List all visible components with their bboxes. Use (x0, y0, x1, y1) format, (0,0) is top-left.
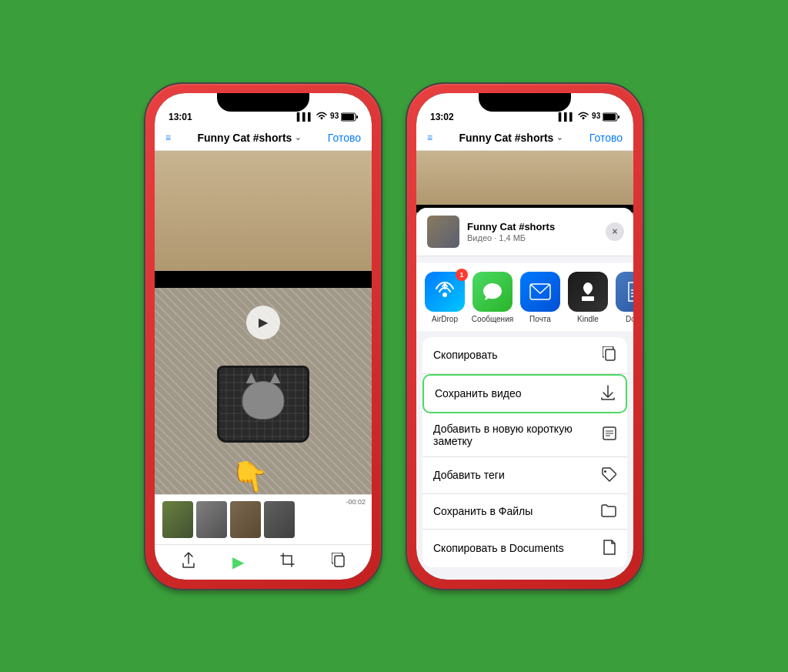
action-add-note[interactable]: Добавить в новую короткую заметку (422, 413, 627, 457)
app-mail[interactable]: Почта (519, 272, 561, 323)
airdrop-label: AirDrop (432, 315, 458, 323)
messages-label: Сообщения (472, 315, 513, 323)
notch (217, 93, 309, 112)
svg-rect-2 (356, 115, 358, 119)
time-right: 13:02 (430, 112, 454, 122)
nav-chevron-right: ⌄ (556, 133, 563, 142)
action-save-files-icon (601, 503, 616, 520)
app-kindle[interactable]: Kindle (567, 272, 609, 323)
action-add-tags[interactable]: Добавить теги (422, 457, 627, 494)
battery-icon: 93 (330, 112, 358, 121)
action-copy[interactable]: Скопировать (422, 337, 627, 374)
share-header: Funny Cat #shorts Видео · 1,4 МБ × (416, 208, 633, 256)
crop-icon[interactable] (280, 553, 296, 572)
share-thumbnail (427, 216, 459, 248)
share-close-button[interactable]: × (606, 222, 624, 241)
action-copy-docs-label: Скопировать в Documents (433, 542, 564, 554)
action-list: Скопировать Сохранить видео (422, 337, 627, 567)
nav-chevron-left: ⌄ (295, 133, 301, 142)
messages-icon (472, 272, 513, 312)
action-add-note-label: Добавить в новую короткую заметку (433, 423, 603, 447)
room-bg-right (416, 151, 633, 205)
kindle-icon (568, 272, 608, 312)
room-background (155, 151, 372, 271)
svg-point-7 (442, 293, 447, 297)
phone-right: 13:02 ▌▌▌ 93 (406, 82, 644, 590)
time-left: 13:01 (169, 112, 192, 122)
signal-icon: ▌▌▌ (297, 112, 313, 121)
svg-rect-3 (335, 556, 344, 567)
apps-row: 1 AirDrop Сообщения (416, 262, 633, 331)
share-info: Funny Cat #shorts Видео · 1,4 МБ (467, 221, 555, 242)
action-save-files[interactable]: Сохранить в Файлы (422, 494, 627, 530)
mail-label: Почта (529, 315, 551, 323)
phone-left: 13:01 ▌▌▌ 93 (144, 82, 382, 590)
status-icons-left: ▌▌▌ 93 (297, 112, 358, 122)
action-save-video-icon (601, 385, 615, 403)
play-icon[interactable]: ▶ (232, 553, 244, 571)
battery-icon-right: 93 (592, 112, 619, 121)
nav-bar-right: ≡ Funny Cat #shorts ⌄ Готово (416, 127, 633, 151)
play-button-left[interactable]: ▶ (246, 306, 280, 339)
action-copy-docs-icon (603, 539, 616, 558)
thumb-3 (230, 501, 261, 538)
back-button-left[interactable]: ≡ (165, 132, 171, 143)
svg-rect-1 (342, 114, 354, 120)
mail-icon (520, 272, 560, 312)
back-icon-left: ≡ (165, 132, 171, 143)
wifi-icon-right (578, 112, 589, 122)
basket (217, 366, 309, 443)
svg-point-19 (604, 470, 606, 473)
airdrop-badge: 1 (456, 269, 468, 281)
time-label-left: -00:02 (346, 498, 366, 506)
nav-done-left[interactable]: Готово (328, 132, 361, 144)
thumb-2 (196, 501, 227, 538)
svg-rect-14 (606, 349, 615, 360)
app-messages[interactable]: Сообщения (472, 272, 513, 323)
share-title: Funny Cat #shorts (467, 221, 555, 232)
action-add-tags-label: Добавить теги (433, 469, 505, 481)
wifi-icon (316, 112, 327, 122)
thumb-1 (162, 501, 193, 538)
action-save-files-label: Сохранить в Файлы (433, 505, 533, 517)
svg-rect-5 (603, 114, 616, 120)
docs-label: Doc... (626, 315, 633, 323)
nav-bar-left: ≡ Funny Cat #shorts ⌄ Готово (155, 127, 372, 151)
action-copy-docs[interactable]: Скопировать в Documents (422, 530, 627, 567)
back-button-right[interactable]: ≡ (427, 132, 432, 143)
notch-right (479, 93, 571, 112)
svg-rect-6 (618, 115, 619, 119)
action-save-video[interactable]: Сохранить видео (422, 374, 627, 413)
action-copy-icon (603, 346, 616, 364)
app-docs[interactable]: Doc... (615, 272, 633, 323)
app-airdrop[interactable]: 1 AirDrop (424, 272, 466, 323)
menu-icon-right: ≡ (427, 132, 432, 143)
video-area-left[interactable]: ▶ (155, 151, 372, 494)
action-add-note-icon (603, 426, 616, 443)
action-save-video-label: Сохранить видео (435, 387, 521, 400)
action-copy-label: Скопировать (433, 349, 498, 361)
action-add-tags-icon (601, 466, 616, 484)
status-icons-right: ▌▌▌ 93 (559, 112, 619, 122)
svg-rect-10 (582, 296, 594, 301)
nav-title-left: Funny Cat #shorts ⌄ (197, 132, 301, 144)
bottom-toolbar-left: ▶ (155, 544, 372, 580)
share-sheet: Funny Cat #shorts Видео · 1,4 МБ × (416, 208, 633, 580)
nav-done-right[interactable]: Готово (589, 132, 623, 144)
timeline-left[interactable]: -00:02 (155, 494, 372, 544)
copy-icon[interactable] (332, 553, 346, 572)
kindle-label: Kindle (577, 315, 599, 323)
docs-icon (616, 272, 633, 312)
airdrop-icon: 1 (425, 272, 465, 312)
cat-face (242, 381, 285, 420)
nav-title-right: Funny Cat #shorts ⌄ (459, 132, 563, 144)
hand-emoji: 👇 (228, 456, 272, 498)
share-icon[interactable] (181, 552, 196, 573)
share-subtitle: Видео · 1,4 МБ (467, 233, 555, 242)
thumb-4 (264, 501, 295, 538)
signal-icon-right: ▌▌▌ (559, 112, 575, 121)
